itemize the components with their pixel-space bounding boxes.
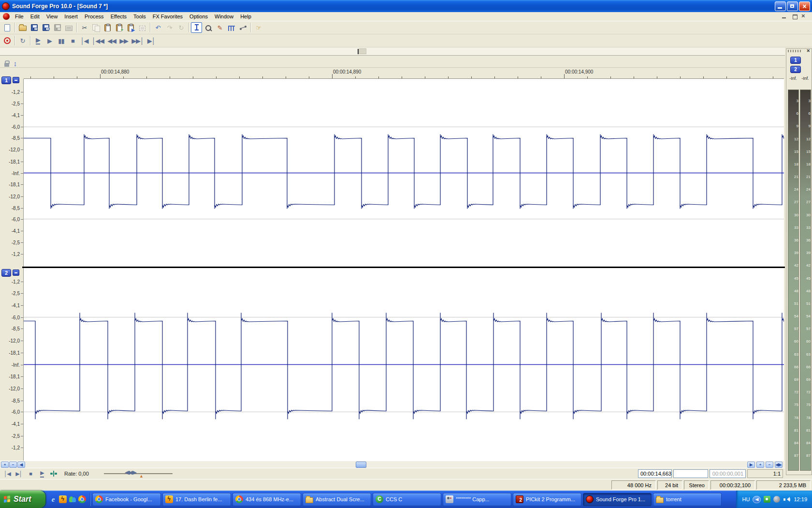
forward-end-button[interactable]: ▶▶│	[130, 35, 145, 46]
channel-1-badge[interactable]: 1	[1, 76, 11, 84]
channel-2-minimize-button[interactable]	[13, 269, 19, 276]
fit-zoom-button[interactable]: ◀▶	[775, 462, 783, 468]
open-button[interactable]	[17, 22, 28, 33]
waveform-display[interactable]	[24, 79, 784, 461]
timeline-ruler[interactable]: 00:00:14,88000:00:14,89000:00:14,900	[24, 68, 784, 79]
zoom-in-button[interactable]: +	[1, 462, 9, 468]
selection-start-field[interactable]	[673, 469, 708, 478]
envelope-tool-button[interactable]	[237, 22, 248, 33]
pencil-tool-button[interactable]: ✎	[214, 22, 225, 33]
taskbar-task-pickit-2-programm[interactable]: PICkit 2 Programm...	[513, 493, 581, 506]
menu-fx-favorites[interactable]: FX Favorites	[149, 13, 186, 20]
play-normal-button[interactable]: ▶	[37, 469, 47, 478]
undo-button[interactable]: ↶	[152, 22, 163, 33]
taskbar-task-sound-forge-pro-1[interactable]: Sound Forge Pro 1...	[583, 493, 652, 506]
restore-button[interactable]	[787, 1, 798, 11]
new-button[interactable]	[1, 22, 13, 33]
meters-close-icon[interactable]: ✕	[806, 48, 810, 53]
go-to-start-button[interactable]: │◀	[79, 35, 90, 46]
tray-status-icon[interactable]	[764, 496, 770, 503]
scroll-left-button[interactable]: ◀	[17, 462, 25, 468]
chrome-quicklaunch-icon[interactable]	[78, 495, 86, 503]
menu-edit[interactable]: Edit	[27, 13, 43, 20]
paste-button[interactable]	[102, 22, 113, 33]
rate-slider-thumb[interactable]: ◀◆◆▶	[125, 469, 135, 476]
paste-to-new-button[interactable]: ▶	[125, 22, 136, 33]
zoom-ratio-field[interactable]: 1:1	[747, 469, 783, 478]
scroll-right-button[interactable]: ▶	[747, 462, 755, 468]
channel-1-minimize-button[interactable]	[13, 77, 19, 83]
menu-view[interactable]: View	[43, 13, 61, 20]
menu-process[interactable]: Process	[81, 13, 107, 20]
taskbar-task-17-dash-berlin-fe[interactable]: 17. Dash Berlin fe...	[162, 493, 231, 506]
marker-strip[interactable]	[0, 56, 785, 68]
record-button[interactable]	[1, 35, 13, 46]
winamp-quicklaunch-icon[interactable]	[59, 495, 67, 503]
mdi-minimize-button[interactable]	[781, 14, 788, 19]
menu-help[interactable]: Help	[237, 13, 255, 20]
publish-button[interactable]	[63, 22, 74, 33]
taskbar-task-abstract-dual-scre[interactable]: Abstract Dual Scre...	[303, 493, 371, 506]
copy-button[interactable]	[90, 22, 102, 33]
loop-playback-button[interactable]: ↻	[17, 35, 28, 46]
stop-button[interactable]: ■	[25, 469, 36, 478]
taskbar-task-torrent[interactable]: torrent	[653, 493, 722, 506]
clip-indicator-left[interactable]: -Inf.	[787, 76, 799, 81]
scrollbar-thumb[interactable]	[356, 462, 366, 468]
mdi-close-button[interactable]	[801, 14, 808, 19]
meter-channel-1-button[interactable]: 1	[790, 57, 801, 64]
keyboard-language-indicator[interactable]: HU	[742, 496, 750, 502]
whats-this-button[interactable]: ☞	[253, 22, 264, 33]
save-button[interactable]	[29, 22, 40, 33]
paste-special-button[interactable]: +	[114, 22, 125, 33]
msn-quicklaunch-icon[interactable]	[69, 495, 76, 503]
go-to-end-button[interactable]: ▶│	[14, 469, 24, 478]
mdi-restore-button[interactable]	[791, 14, 798, 19]
hide-icons-chevron-icon[interactable]: ◀	[753, 496, 761, 503]
scrub-button[interactable]	[48, 469, 59, 478]
ie-quicklaunch-icon[interactable]: e	[49, 495, 57, 503]
clip-indicator-right[interactable]: -Inf.	[799, 76, 811, 81]
close-button[interactable]	[799, 1, 810, 11]
cursor-position-field[interactable]: 00:00:14,663	[638, 469, 672, 478]
event-tool-button[interactable]	[226, 22, 237, 33]
menu-insert[interactable]: Insert	[61, 13, 81, 20]
rate-slider-track[interactable]	[104, 473, 173, 474]
zoom-out-time-button[interactable]: −	[766, 462, 773, 468]
zoom-in-time-button[interactable]: +	[756, 462, 764, 468]
menu-effects[interactable]: Effects	[107, 13, 130, 20]
tray-volume-icon[interactable]	[783, 496, 791, 503]
minimize-button[interactable]	[775, 1, 786, 11]
play-button[interactable]: ▶	[44, 35, 55, 46]
meter-channel-2-button[interactable]: 2	[790, 66, 801, 73]
redo-button[interactable]: ↷	[164, 22, 175, 33]
menu-options[interactable]: Options	[186, 13, 211, 20]
taskbar-task-facebook-googl[interactable]: Facebook - Googl...	[92, 493, 161, 506]
taskbar-task-capp[interactable]: ″″″″″″″″ Capp...	[443, 493, 511, 506]
selection-length-field[interactable]: 00:00:00,001	[710, 469, 746, 478]
play-all-button[interactable]: ▶	[32, 35, 44, 46]
trim-button[interactable]	[137, 22, 148, 33]
repeat-button[interactable]: ↻	[175, 22, 187, 33]
magnify-tool-button[interactable]	[203, 22, 214, 33]
stop-button[interactable]: ■	[67, 35, 78, 46]
go-to-end-button[interactable]: ▶│	[145, 35, 157, 46]
meters-grip-icon[interactable]	[788, 50, 802, 52]
taskbar-task-434-s-868-mhz-e[interactable]: 434 és 868 MHz-e...	[232, 493, 301, 506]
taskbar-task-ccs-c[interactable]: CCS C	[373, 493, 441, 506]
pause-button[interactable]: ▮▮	[56, 35, 67, 46]
rewind-button[interactable]: ◀◀	[106, 35, 117, 46]
start-button[interactable]: Start	[0, 491, 45, 508]
menu-tools[interactable]: Tools	[130, 13, 149, 20]
save-as-button[interactable]: ?	[40, 22, 51, 33]
edit-tool-button[interactable]	[191, 22, 202, 33]
tray-mixer-icon[interactable]	[773, 496, 780, 503]
horizontal-scrollbar[interactable]: +−◀▶+−◀▶	[0, 461, 785, 468]
overview-viewport[interactable]	[359, 48, 366, 54]
overview-bar[interactable]	[0, 47, 785, 56]
menu-file[interactable]: File	[12, 13, 27, 20]
save-all-button[interactable]	[52, 22, 63, 33]
forward-button[interactable]: ▶▶	[118, 35, 130, 46]
channel-divider[interactable]	[22, 267, 785, 268]
rewind-all-button[interactable]: │◀◀	[90, 35, 105, 46]
